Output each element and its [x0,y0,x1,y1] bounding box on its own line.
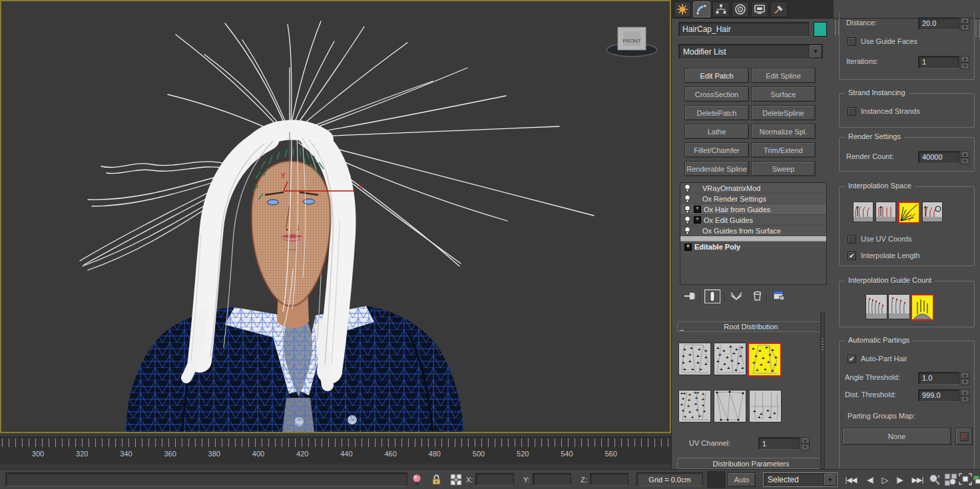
svg-text:+: + [716,359,720,365]
auto-part-hair-checkbox[interactable]: ✔ [848,355,856,363]
tab-display[interactable] [751,1,768,17]
selection-lock-icon[interactable] [431,474,441,486]
tab-hierarchy[interactable] [712,1,730,17]
stack-item-ox-edit-guides[interactable]: +Ox Edit Guides [680,215,826,226]
rollout-distribution-parameters[interactable]: Distribution Parameters [677,458,825,469]
interp-space-tile-4[interactable] [922,202,943,222]
dist-threshold-spinner[interactable]: ▲▼ [961,389,969,402]
goto-start-button[interactable]: |◀◀ [842,472,860,487]
stack-item-ox-guides-from-surface[interactable]: Ox Guides from Surface [680,226,826,236]
z-coord-field[interactable] [590,473,628,486]
distance-spinner[interactable]: ▲▼ [961,17,969,30]
modifier-button-edit-patch[interactable]: Edit Patch [684,68,749,83]
y-coord-field[interactable] [533,473,571,486]
parting-groups-map-button[interactable]: None [842,428,951,445]
uv-channel-field[interactable]: 1 [758,437,800,450]
tile-even-distribution[interactable]: +++++++++++++++++++++ [678,390,711,422]
zoom-tool-icon[interactable]: ± [928,473,941,488]
auto-key-button[interactable]: Auto [728,472,756,487]
interpolate-length-checkbox[interactable]: ✔ [848,251,856,260]
modifier-button-lathe[interactable]: Lathe [684,124,749,139]
angle-threshold-field[interactable]: 1.0 [918,372,959,385]
show-end-result-button[interactable] [704,289,720,303]
goto-end-button[interactable]: ▶▶| [908,472,927,487]
make-unique-icon[interactable] [725,291,748,302]
grid-size-label: Grid = 0.0cm [648,476,690,484]
use-uv-coords-checkbox[interactable] [848,235,856,244]
timeline-ruler[interactable]: 3003203403603804004204404604805005205405… [0,433,671,469]
map-enable-toggle[interactable]: ✔ [955,428,973,445]
tab-modify[interactable] [693,1,710,17]
uv-channel-spinner[interactable]: ▲▼ [801,437,810,450]
viewport-front[interactable]: X Y FRONT [0,0,671,433]
x-coord-field[interactable] [475,473,514,486]
tile-random-uv-distribution[interactable]: +++++++++++++++++ [714,343,746,375]
expand-icon[interactable]: + [694,206,701,213]
rollout-minimize-icon[interactable]: _ [680,323,684,331]
tile-guide-locations-distribution[interactable]: ++++++ [749,390,782,422]
tab-utilities[interactable] [770,1,788,17]
rollout-root-distribution[interactable]: _ Root Distribution [677,321,825,332]
expand-icon[interactable]: + [684,244,692,251]
right-edge-grip[interactable] [975,20,980,37]
selection-set-dropdown[interactable]: Selected ▼ [763,472,838,487]
tab-create[interactable] [674,1,691,17]
previous-frame-button[interactable]: ◀| [863,472,877,487]
modifier-list-arrow-icon[interactable]: ▼ [809,45,822,59]
axis-constraints-icon[interactable] [450,474,462,487]
modifier-list-dropdown[interactable]: Modifier List ▼ [678,44,823,59]
modifier-button-trim-extend[interactable]: Trim/Extend [751,142,816,158]
panel-scrollbar[interactable] [820,313,825,469]
dist-threshold-field[interactable]: 999.0 [918,389,959,402]
isolate-bulb-icon[interactable] [411,474,422,487]
modifier-button-normalize-spl-[interactable]: Normalize Spl. [751,124,816,139]
play-button[interactable]: ▷ [879,472,891,487]
zoom-all-icon[interactable] [944,473,957,488]
guide-count-tile-1[interactable] [865,294,887,319]
zoom-extents-all-icon[interactable] [959,473,973,488]
iterations-field[interactable]: 1 [918,56,959,69]
distance-field[interactable]: 20.0 [918,17,959,30]
tab-motion[interactable] [732,1,749,17]
tile-at-vertices-distribution[interactable] [714,390,746,422]
modifier-stack[interactable]: VRayOrnatrixModOx Render Settings+Ox Hai… [680,182,827,285]
stack-item-vrayornatrixmod[interactable]: VRayOrnatrixMod [680,183,826,194]
scrollbar-grip[interactable] [822,339,824,351]
interp-space-tile-2[interactable] [875,202,896,222]
stack-item-ox-render-settings[interactable]: Ox Render Settings [680,194,826,204]
render-count-field[interactable]: 40000 [918,151,959,164]
tile-uniform-distribution[interactable]: +++++++++++++++ [678,343,711,375]
front-marker-object[interactable]: FRONT [607,27,657,57]
configure-modifier-sets-icon[interactable] [767,291,791,302]
modifier-button-surface[interactable]: Surface [751,86,816,102]
group-title: Interpolation Guide Count [845,276,935,284]
guide-count-tile-3-selected[interactable] [911,294,934,321]
next-frame-button[interactable]: |▶ [892,472,907,487]
remove-modifier-icon[interactable] [748,291,766,302]
use-guide-faces-checkbox[interactable] [848,37,856,46]
modifier-button-renderable-spline[interactable]: Renderable Spline [684,161,749,176]
pin-stack-icon[interactable] [680,291,700,302]
instanced-strands-checkbox[interactable] [848,107,856,116]
guide-count-tile-2[interactable] [888,294,910,319]
object-name-field[interactable] [678,22,809,37]
stack-item-ox-hair-from-guides[interactable]: +Ox Hair from Guides [680,204,826,215]
stack-item-editable-poly[interactable]: +Editable Poly [680,242,826,252]
interp-space-tile-3-selected[interactable] [898,202,920,224]
object-color-swatch[interactable] [814,22,827,37]
modifier-button-edit-spline[interactable]: Edit Spline [751,68,816,83]
interp-space-tile-1[interactable] [853,202,873,222]
modifier-button-crosssection[interactable]: CrossSection [684,86,749,102]
modifier-button-deletepatch[interactable]: DeletePatch [684,105,749,120]
angle-threshold-spinner[interactable]: ▲▼ [961,372,969,385]
iterations-spinner[interactable]: ▲▼ [961,56,969,69]
tile-random-face-area-distribution-selected[interactable]: +++++++++++++++ [748,343,782,377]
render-count-spinner[interactable]: ▲▼ [961,151,969,164]
expand-icon[interactable]: + [694,216,701,224]
selection-set-arrow-icon[interactable]: ▼ [824,473,837,486]
modifier-button-fillet-chamfer[interactable]: Fillet/Chamfer [684,142,749,158]
maximize-viewport-icon[interactable] [973,473,980,488]
modifier-button-deletespline[interactable]: DeleteSpline [751,105,816,120]
timeline-band[interactable]: 3003203403603804004204404604805005205405… [0,436,671,464]
modifier-button-sweep[interactable]: Sweep [751,161,816,176]
